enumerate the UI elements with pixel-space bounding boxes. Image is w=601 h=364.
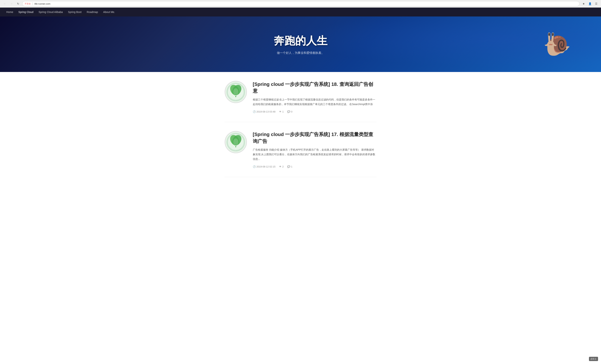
post-title[interactable]: [Spring cloud 一步步实现广告系统] 17. 根据流量类型查询广告	[253, 131, 377, 144]
spring-logo-icon	[227, 133, 245, 151]
post-date: 🕐 2019-08-12 02:15	[253, 165, 276, 168]
comment-icon: 💬	[287, 165, 290, 168]
address-separator: |	[32, 2, 33, 5]
post-comments: 💬 1	[287, 165, 292, 168]
nav-item-spring-boot[interactable]: Spring Boot	[65, 8, 84, 17]
browser-chrome: ← → ↻ 不安全 | life-runner.com ★ 👤 ☰	[0, 0, 601, 8]
extensions-button[interactable]: ☰	[594, 1, 599, 6]
post-excerpt: 根据三个维度继续过滤 在上一节中我们实现了根据流量信息过滤的代码，但是我们的条件…	[253, 97, 377, 106]
bottom-badge: 必应云	[589, 357, 598, 361]
nav-item-about-me[interactable]: About Me.	[100, 8, 118, 17]
post-title[interactable]: [Spring cloud 一步步实现广告系统] 18. 查询返回广告创意	[253, 81, 377, 94]
svg-point-11	[233, 138, 238, 146]
post-excerpt: 广告检索服务 功能介绍 媒体方（手机APP打开的展示广告，走在路上看到的大屏幕广…	[253, 147, 377, 162]
post-meta: 🕐 2019-08-12 02:15 👁 2 💬 1	[253, 165, 377, 168]
security-badge: 不安全	[25, 2, 31, 5]
post-content: [Spring cloud 一步步实现广告系统] 17. 根据流量类型查询广告 …	[253, 131, 377, 168]
forward-button[interactable]: →	[9, 1, 14, 6]
post-title-link[interactable]: [Spring cloud 一步步实现广告系统] 18. 查询返回广告创意	[253, 81, 373, 94]
post-title-link[interactable]: [Spring cloud 一步步实现广告系统] 17. 根据流量类型查询广告	[253, 132, 373, 144]
browser-profile-button[interactable]: 👤	[587, 1, 592, 6]
svg-point-6	[235, 96, 236, 97]
post-card: [Spring cloud 一步步实现广告系统] 17. 根据流量类型查询广告 …	[225, 122, 377, 177]
address-bar[interactable]: 不安全 | life-runner.com	[22, 1, 580, 6]
nav-item-home[interactable]: Home	[4, 8, 16, 17]
nav-item-spring-cloud-alibaba[interactable]: Spring Cloud Alibaba	[36, 8, 65, 17]
clock-icon: 🕐	[253, 165, 256, 168]
post-thumbnail	[225, 131, 247, 153]
browser-actions: ★ 👤 ☰	[581, 1, 599, 6]
post-comments: 💬 0	[287, 110, 292, 113]
hero-snail-illustration: 🐌	[543, 31, 571, 57]
reload-button[interactable]: ↻	[16, 1, 21, 6]
back-button[interactable]: ←	[2, 1, 7, 6]
comment-icon: 💬	[287, 110, 290, 113]
svg-point-4	[233, 88, 238, 96]
site-wrapper: ← → ↻ 不安全 | life-runner.com ★ 👤 ☰ Home S…	[0, 0, 601, 364]
eye-icon: 👁	[279, 110, 281, 113]
post-card: [Spring cloud 一步步实现广告系统] 18. 查询返回广告创意 根据…	[225, 72, 377, 122]
nav-item-roadmap[interactable]: Roadmap	[84, 8, 100, 17]
svg-point-13	[235, 146, 236, 147]
hero-title: 奔跑的人生	[274, 34, 327, 48]
browser-toolbar: ← → ↻ 不安全 | life-runner.com ★ 👤 ☰	[0, 0, 601, 7]
site-nav: Home Spring Cloud Spring Cloud Alibaba S…	[0, 8, 601, 17]
hero-subtitle: 做一个好人，为事业和爱情都执着。	[277, 51, 324, 55]
post-meta: 🕐 2019-08-13 03:48 👁 1 💬 0	[253, 110, 377, 113]
hero-banner: 🐌 奔跑的人生 做一个好人，为事业和爱情都执着。	[0, 17, 601, 72]
eye-icon: 👁	[279, 165, 281, 168]
post-views: 👁 2	[279, 165, 284, 168]
post-content: [Spring cloud 一步步实现广告系统] 18. 查询返回广告创意 根据…	[253, 81, 377, 113]
post-views: 👁 1	[279, 110, 284, 113]
clock-icon: 🕐	[253, 110, 256, 113]
browser-url: life-runner.com	[34, 2, 577, 5]
bookmark-button[interactable]: ★	[581, 1, 586, 6]
post-thumbnail	[225, 81, 247, 103]
spring-logo-icon	[227, 83, 245, 101]
nav-item-spring-cloud[interactable]: Spring Cloud	[16, 8, 36, 17]
post-date: 🕐 2019-08-13 03:48	[253, 110, 276, 113]
content-area: [Spring cloud 一步步实现广告系统] 18. 查询返回广告创意 根据…	[217, 72, 384, 177]
